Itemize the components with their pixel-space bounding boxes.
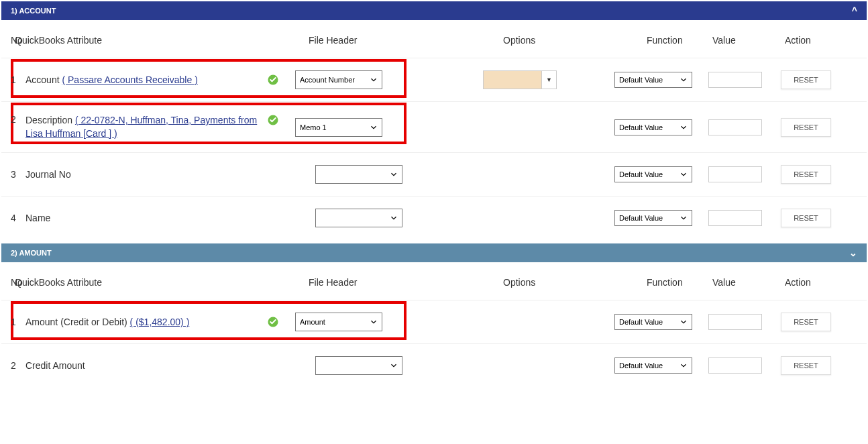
row-number: 4 [11,213,23,223]
chevron-down-icon: ⌄ [849,247,857,258]
mapping-row: 1 Account ( Passare Accounts Receivable … [1,58,867,101]
reset-button[interactable]: RESET [781,356,831,375]
mapping-row: 4 Name Default Value RESET [1,196,867,239]
reset-button[interactable]: RESET [781,209,831,227]
file-header-select[interactable]: Account Number [295,70,382,89]
attribute-label: Description ( 22-0782-N, Huffman, Tina, … [25,114,260,140]
col-attribute: QuickBooks Attribute [15,35,286,46]
check-icon [267,114,279,126]
check-icon [267,74,279,86]
value-input[interactable] [708,357,762,374]
file-header-select[interactable] [315,356,402,375]
caret-down-icon[interactable]: ▼ [541,71,556,89]
value-input[interactable] [708,314,762,330]
reset-button[interactable]: RESET [781,313,831,331]
file-header-select[interactable] [315,165,402,184]
attribute-label: Amount (Credit or Debit) ( ($1,482.00) ) [25,317,189,327]
check-icon [267,316,279,328]
attribute-detail[interactable]: ( Passare Accounts Receivable ) [62,74,197,85]
columns-header-amount: No QuickBooks Attribute File Header Opti… [1,262,867,300]
col-function: Function [618,35,712,46]
reset-button[interactable]: RESET [781,165,831,184]
file-header-select[interactable] [315,209,402,227]
col-value: Value [712,277,785,288]
row-number: 3 [11,169,23,180]
col-options: Options [487,277,618,288]
section-title: 2) AMOUNT [11,249,52,257]
function-select[interactable]: Default Value [614,210,692,226]
columns-header-account: No QuickBooks Attribute File Header Opti… [1,20,867,58]
attribute-detail[interactable]: ( ($1,482.00) ) [130,317,190,327]
col-file: File Header [286,277,487,288]
mapping-row: 2 Credit Amount Default Value RESET [1,343,867,387]
file-header-select[interactable]: Memo 1 [295,118,382,137]
section-title: 1) ACCOUNT [11,7,56,15]
function-select[interactable]: Default Value [614,314,692,330]
section-header-account[interactable]: 1) ACCOUNT ^ [1,1,867,20]
chevron-up-icon: ^ [852,5,857,16]
mapping-row: 1 Amount (Credit or Debit) ( ($1,482.00)… [1,300,867,343]
options-swatch [484,71,541,89]
function-select[interactable]: Default Value [614,119,692,135]
value-input[interactable] [708,72,762,88]
col-options: Options [487,35,618,46]
row-number: 2 [11,360,23,371]
col-action: Action [785,35,845,46]
attribute-label: Account ( Passare Accounts Receivable ) [25,74,198,85]
col-function: Function [618,277,712,288]
row-number: 1 [11,317,23,327]
mapping-row: 3 Journal No Default Value RESET [1,152,867,196]
attribute-label: Journal No [25,169,71,180]
file-header-select[interactable]: Amount [295,313,382,331]
function-select[interactable]: Default Value [614,357,692,374]
col-action: Action [785,277,845,288]
reset-button[interactable]: RESET [781,118,831,137]
col-file: File Header [286,35,487,46]
attribute-label: Name [25,213,50,223]
mapping-row: 2 Description ( 22-0782-N, Huffman, Tina… [1,101,867,152]
value-input[interactable] [708,119,762,135]
function-select[interactable]: Default Value [614,72,692,88]
value-input[interactable] [708,166,762,182]
reset-button[interactable]: RESET [781,70,831,89]
value-input[interactable] [708,210,762,226]
col-value: Value [712,35,785,46]
section-header-amount[interactable]: 2) AMOUNT ⌄ [1,243,867,262]
col-attribute: QuickBooks Attribute [15,277,286,288]
attribute-label: Credit Amount [25,360,85,371]
row-number: 2 [11,114,23,125]
row-number: 1 [11,74,23,85]
options-dropdown[interactable]: ▼ [483,70,557,89]
function-select[interactable]: Default Value [614,166,692,182]
